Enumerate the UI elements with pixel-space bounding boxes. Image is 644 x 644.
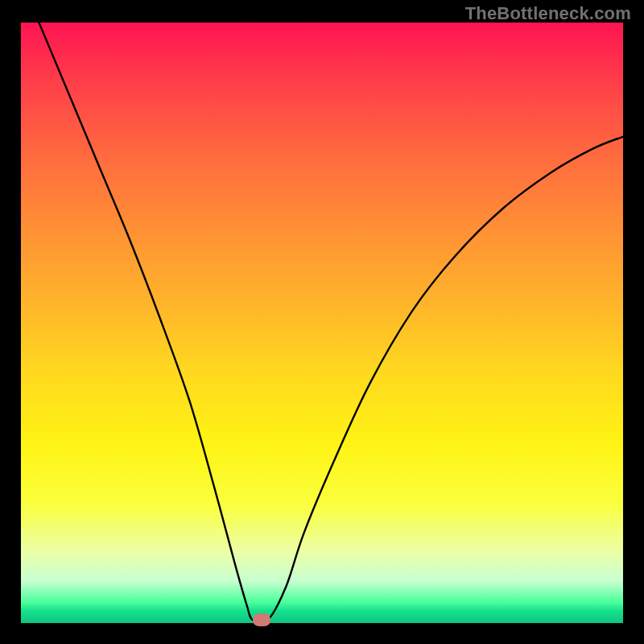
watermark-text: TheBottleneck.com <box>465 3 631 24</box>
chart-frame: TheBottleneck.com <box>0 0 644 644</box>
plot-area <box>21 23 623 623</box>
curve-svg <box>21 23 623 623</box>
bottleneck-curve <box>39 23 623 623</box>
optimal-point-marker <box>253 613 270 626</box>
